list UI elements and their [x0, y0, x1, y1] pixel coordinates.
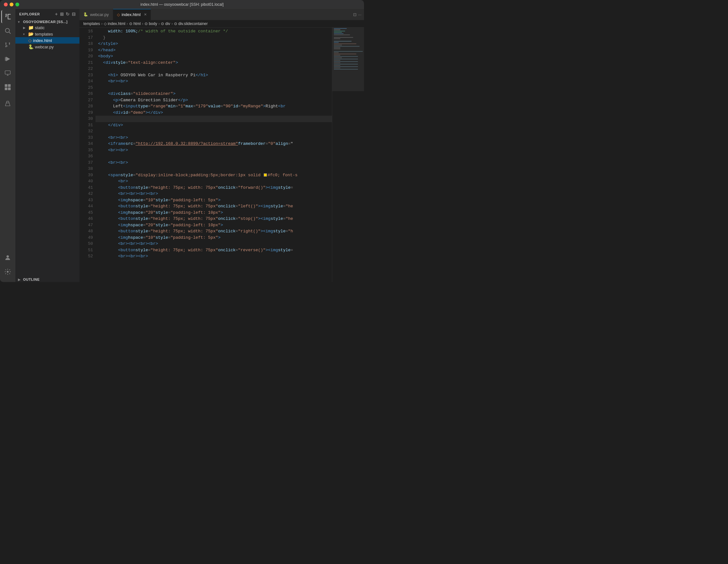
tree-webcar-py[interactable]: 🐍 webcar.py — [15, 44, 79, 50]
code-line[interactable]: Left<input type="range" min="1" max="179… — [95, 103, 332, 110]
extensions-activity-icon[interactable] — [1, 81, 14, 94]
refresh-icon[interactable]: ↻ — [66, 12, 70, 17]
maximize-button[interactable] — [15, 3, 19, 6]
sidebar: EXPLORER + ⊞ ↻ ⊟ ▾ OSOYOOWEBCAR [SS...] … — [15, 9, 79, 282]
code-line[interactable]: <p>Camera Direction Slider</p> — [95, 97, 332, 104]
code-line[interactable] — [95, 153, 332, 160]
tree-root[interactable]: ▾ OSOYOOWEBCAR [SS...] — [15, 19, 79, 24]
code-line[interactable]: <br><br> — [95, 147, 332, 153]
code-line[interactable]: <br><br><br><br> — [95, 191, 332, 197]
code-line[interactable] — [95, 85, 332, 91]
minimap — [332, 28, 364, 282]
minimize-button[interactable] — [10, 3, 13, 6]
code-line[interactable]: <span style="display:inline-block;paddin… — [95, 172, 332, 178]
code-line[interactable]: <div id="demo"></div> — [95, 110, 332, 116]
line-number: 34 — [82, 141, 93, 147]
remote-activity-icon[interactable] — [1, 67, 14, 79]
line-number: 52 — [82, 253, 93, 260]
testing-activity-icon[interactable] — [1, 97, 14, 110]
tab-webcar-label: webcar.py — [90, 12, 109, 17]
collapse-icon[interactable]: ⊟ — [72, 12, 76, 17]
code-line[interactable]: <button style="height: 75px; width: 75px… — [95, 185, 332, 191]
split-editor-icon[interactable]: ⊡ — [353, 12, 357, 17]
html-file-icon: ◇ — [28, 38, 32, 43]
code-line[interactable] — [95, 66, 332, 72]
bc-index-html[interactable]: ◇ index.html — [104, 21, 125, 26]
code-line[interactable]: <img hspace="20" style="padding-left: 10… — [95, 222, 332, 228]
code-line[interactable]: <button style="height: 75px; width: 75px… — [95, 216, 332, 222]
source-control-activity-icon[interactable] — [1, 38, 14, 51]
bc-html[interactable]: ⊙ html — [129, 21, 141, 26]
line-number: 31 — [82, 122, 93, 129]
code-line[interactable]: <div class="slidecontainer"> — [95, 91, 332, 97]
line-number: 48 — [82, 228, 93, 235]
code-line[interactable]: </style> — [95, 41, 332, 47]
code-line[interactable] — [95, 166, 332, 172]
line-number: 46 — [82, 216, 93, 222]
svg-rect-12 — [5, 87, 7, 90]
close-button[interactable] — [4, 3, 8, 6]
code-line[interactable]: <iframe src="http://192.168.0.32:8899/?a… — [95, 141, 332, 147]
code-line[interactable]: <img hspace="10" style="padding-left: 5p… — [95, 235, 332, 241]
editor-content: 1617181920212223242526272829303132333435… — [79, 28, 364, 282]
code-line[interactable]: <body> — [95, 53, 332, 60]
code-line[interactable]: </head> — [95, 47, 332, 54]
code-line[interactable]: <button style="height: 75px; width: 75px… — [95, 247, 332, 253]
line-number: 27 — [82, 97, 93, 104]
line-number: 30 — [82, 116, 93, 122]
line-numbers: 1617181920212223242526272829303132333435… — [79, 28, 95, 282]
code-line[interactable]: <img hspace="10" style="padding-left: 5p… — [95, 197, 332, 203]
code-line[interactable] — [95, 116, 332, 122]
settings-activity-icon[interactable] — [1, 265, 14, 278]
bc-slidecontainer[interactable]: ⊙ div.slidecontainer — [174, 21, 208, 26]
code-area[interactable]: width: 100%; /* width of the outside con… — [95, 28, 332, 282]
line-number: 50 — [82, 241, 93, 247]
activity-bottom — [1, 251, 14, 279]
python-file-icon: 🐍 — [28, 44, 34, 49]
line-number: 18 — [82, 41, 93, 47]
more-tabs-icon[interactable]: ··· — [358, 12, 361, 17]
new-file-icon[interactable]: + — [55, 12, 58, 17]
svg-point-14 — [6, 255, 9, 258]
tab-webcar-py[interactable]: 🐍 webcar.py — [79, 9, 113, 20]
code-line[interactable]: <img hspace="20" style="padding-left: 10… — [95, 210, 332, 216]
sidebar-header: EXPLORER + ⊞ ↻ ⊟ — [15, 9, 79, 19]
search-activity-icon[interactable] — [1, 24, 14, 37]
code-line[interactable]: </div> — [95, 122, 332, 129]
svg-point-15 — [7, 271, 9, 273]
new-folder-icon[interactable]: ⊞ — [60, 12, 64, 17]
tree-static[interactable]: ▶ 📁 static — [15, 24, 79, 31]
titlebar: index.html — osoyoowebcar [SSH: pibot01.… — [0, 0, 364, 9]
tree-index-html[interactable]: ◇ index.html — [15, 37, 79, 44]
bc-div[interactable]: ⊙ div — [161, 21, 170, 26]
sidebar-header-icons: + ⊞ ↻ ⊟ — [55, 12, 76, 17]
code-line[interactable]: width: 100%; /* width of the outside con… — [95, 28, 332, 35]
code-line[interactable]: <h1> OSOY00 Web Car in Raspberry Pi</h1> — [95, 72, 332, 79]
code-line[interactable] — [95, 128, 332, 135]
code-line[interactable]: <br><br> — [95, 135, 332, 141]
tab-index-html[interactable]: ◇ index.html ✕ — [113, 9, 151, 20]
code-line[interactable]: } — [95, 35, 332, 41]
bc-templates[interactable]: templates — [83, 21, 100, 26]
file-tree: ▾ OSOYOOWEBCAR [SS...] ▶ 📁 static ▾ 📂 te… — [15, 19, 79, 50]
bc-body[interactable]: ⊙ body — [145, 21, 157, 26]
breadcrumb: templates › ◇ index.html › ⊙ html › ⊙ bo… — [79, 20, 364, 28]
tree-templates[interactable]: ▾ 📂 templates — [15, 31, 79, 37]
tab-close-icon[interactable]: ✕ — [144, 12, 147, 17]
line-number: 25 — [82, 85, 93, 91]
line-number: 38 — [82, 166, 93, 172]
code-line[interactable]: <br><br> — [95, 160, 332, 166]
code-line[interactable]: <div style="text-align:center"> — [95, 60, 332, 66]
line-number: 16 — [82, 28, 93, 35]
run-activity-icon[interactable] — [1, 53, 14, 65]
outline-section[interactable]: ▶ OUTLINE — [15, 277, 79, 282]
code-line[interactable]: <br><br> — [95, 78, 332, 85]
code-line[interactable]: <button style="height: 75px; width: 75px… — [95, 203, 332, 210]
line-number: 44 — [82, 203, 93, 210]
code-line[interactable]: <button style="height: 75px; width: 75px… — [95, 228, 332, 235]
code-line[interactable]: <br><br><br><br> — [95, 241, 332, 247]
explorer-activity-icon[interactable] — [1, 10, 14, 23]
account-activity-icon[interactable] — [1, 251, 14, 264]
code-line[interactable]: <br> — [95, 178, 332, 185]
code-line[interactable]: <br><br><br> — [95, 253, 332, 260]
